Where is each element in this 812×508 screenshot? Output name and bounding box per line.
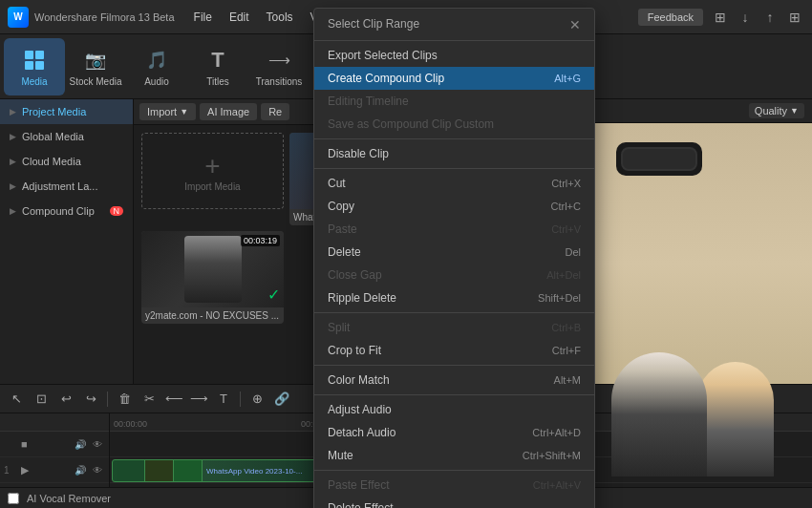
ctx-delete-effect[interactable]: Delete Effect (314, 497, 594, 508)
ctx-sep-4 (314, 365, 594, 366)
re-button[interactable]: Re (261, 103, 289, 120)
download-icon[interactable]: ↓ (736, 8, 755, 27)
tl-cut-btn[interactable]: ✂ (139, 389, 160, 410)
arrow-icon: ▶ (10, 206, 16, 216)
monitor-icon[interactable]: ⊞ (711, 8, 730, 27)
feedback-button[interactable]: Feedback (638, 9, 703, 26)
tl-delete-btn[interactable]: 🗑 (114, 389, 135, 410)
app-logo-icon: W (8, 7, 29, 28)
upload-icon[interactable]: ↑ (760, 8, 780, 27)
sidebar-label-project-media: Project Media (22, 106, 86, 117)
arrow-icon: ▶ (10, 107, 16, 116)
grid-icon[interactable]: ⊞ (785, 8, 804, 27)
ctx-split: Split Ctrl+B (314, 316, 594, 339)
sidebar-item-compound-clip[interactable]: ▶ Compound Clip N (0, 199, 133, 223)
ctx-delete-label: Delete (328, 245, 361, 259)
track-controls-1: 🔊 👁 (73, 436, 105, 452)
ctx-crop-to-fit[interactable]: Crop to Fit Ctrl+F (314, 339, 594, 362)
ctx-delete-shortcut: Del (565, 246, 581, 258)
ctx-mute-label: Mute (328, 449, 353, 462)
tl-separator-2 (240, 392, 241, 407)
media-thumb-y2mate[interactable]: 00:03:19 ✓ y2mate.com - NO EXCUSES ... (141, 231, 284, 324)
plus-icon: + (204, 151, 220, 181)
ai-image-button[interactable]: AI Image (200, 103, 257, 120)
ctx-adjust-label: Adjust Audio (328, 403, 392, 416)
sidebar-item-adjustment[interactable]: ▶ Adjustment La... (0, 174, 133, 199)
sidebar-item-global-media[interactable]: ▶ Global Media (0, 124, 133, 149)
ctx-create-label: Create Compound Clip (328, 72, 444, 85)
ctx-paste: Paste Ctrl+V (314, 218, 594, 241)
ctx-export-label: Export Selected Clips (328, 49, 438, 62)
ctx-close-gap-shortcut: Alt+Del (546, 269, 581, 281)
ctx-disable-label: Disable Clip (328, 147, 389, 160)
ctx-save-compound: Save as Compound Clip Custom (314, 113, 594, 136)
track-icon-1: ■ (21, 438, 28, 450)
track-mute-2[interactable]: 🔊 (73, 462, 88, 477)
ctx-cut[interactable]: Cut Ctrl+X (314, 172, 594, 195)
tl-select-tool[interactable]: ↖ (6, 389, 27, 410)
sidebar-item-cloud-media[interactable]: ▶ Cloud Media (0, 149, 133, 174)
ctx-export-selected[interactable]: Export Selected Clips (314, 44, 594, 67)
ctx-sep-2 (314, 168, 594, 169)
tool-transitions[interactable]: ⟶ Transitions (248, 38, 310, 95)
track-eye-2[interactable]: 👁 (90, 462, 105, 477)
ctx-split-label: Split (328, 321, 350, 334)
tool-audio-label: Audio (144, 76, 169, 87)
transitions-icon: ⟶ (266, 47, 292, 74)
sidebar-label-global-media: Global Media (22, 131, 84, 142)
menu-edit[interactable]: Edit (222, 7, 257, 28)
tl-link-btn[interactable]: 🔗 (271, 389, 292, 410)
ctx-detach-shortcut: Ctrl+Alt+D (532, 427, 581, 438)
track-mute-1[interactable]: 🔊 (73, 436, 88, 452)
menu-tools[interactable]: Tools (259, 7, 301, 28)
tl-undo-btn[interactable]: ↩ (55, 389, 76, 410)
quality-select[interactable]: Quality ▼ (749, 103, 804, 118)
tool-titles[interactable]: T Titles (187, 38, 248, 95)
ctx-create-compound[interactable]: Create Compound Clip Alt+G (314, 67, 594, 90)
import-button[interactable]: Import ▼ (139, 103, 196, 120)
tl-snap-tool[interactable]: ⊡ (31, 389, 52, 410)
svg-rect-2 (25, 61, 33, 70)
ctx-paste-effect-label: Paste Effect (328, 478, 389, 492)
ai-vocal-checkbox[interactable] (8, 493, 19, 504)
ctx-save-label: Save as Compound Clip Custom (328, 117, 494, 131)
ctx-detach-audio[interactable]: Detach Audio Ctrl+Alt+D (314, 421, 594, 444)
tl-magnet-btn[interactable]: ⊕ (246, 389, 267, 410)
context-menu: Select Clip Range ✕ Export Selected Clip… (313, 8, 595, 508)
tool-media[interactable]: Media (4, 38, 65, 95)
sidebar-item-project-media[interactable]: ▶ Project Media (0, 99, 133, 124)
time-mark-0: 00:00:00 (114, 419, 147, 429)
tl-redo-btn[interactable]: ↪ (80, 389, 101, 410)
ctx-delete[interactable]: Delete Del (314, 241, 594, 264)
ctx-sep-1 (314, 138, 594, 139)
arrow-icon: ▶ (10, 181, 16, 191)
ctx-editing-timeline: Editing Timeline (314, 90, 594, 113)
tl-text-btn[interactable]: T (213, 389, 234, 410)
track-controls-2: 🔊 👁 (73, 462, 105, 477)
tool-audio[interactable]: 🎵 Audio (126, 38, 187, 95)
tl-arrow-right-btn[interactable]: ⟶ (188, 389, 209, 410)
top-bar-icons: ⊞ ↓ ↑ ⊞ (711, 8, 804, 27)
app-title: Wondershare Filmora 13 Beta (34, 11, 175, 23)
ctx-ripple-delete[interactable]: Ripple Delete Shift+Del (314, 286, 594, 309)
ctx-close-button[interactable]: ✕ (569, 17, 581, 32)
ctx-copy[interactable]: Copy Ctrl+C (314, 195, 594, 218)
tl-arrow-btn[interactable]: ⟵ (163, 389, 184, 410)
track-header-2: 1 ▶ 🔊 👁 (0, 457, 109, 483)
import-media-placeholder[interactable]: + Import Media (141, 133, 284, 209)
ctx-adjust-audio[interactable]: Adjust Audio (314, 398, 594, 421)
tool-stock-media[interactable]: 📷 Stock Media (65, 38, 126, 95)
track-header-1: ■ 🔊 👁 (0, 432, 109, 457)
sidebar-label-cloud-media: Cloud Media (22, 156, 81, 167)
menu-file[interactable]: File (186, 7, 220, 28)
app-logo: W Wondershare Filmora 13 Beta (8, 7, 175, 28)
track-eye-1[interactable]: 👁 (90, 436, 105, 452)
import-media-label: Import Media (184, 181, 240, 192)
arrow-icon: ▶ (10, 157, 16, 166)
ctx-split-shortcut: Ctrl+B (551, 322, 581, 333)
ai-vocal-label: AI Vocal Remover (27, 493, 111, 504)
audio-icon: 🎵 (143, 47, 170, 74)
ctx-mute[interactable]: Mute Ctrl+Shift+M (314, 444, 594, 467)
ctx-disable-clip[interactable]: Disable Clip (314, 142, 594, 165)
ctx-color-match[interactable]: Color Match Alt+M (314, 369, 594, 392)
